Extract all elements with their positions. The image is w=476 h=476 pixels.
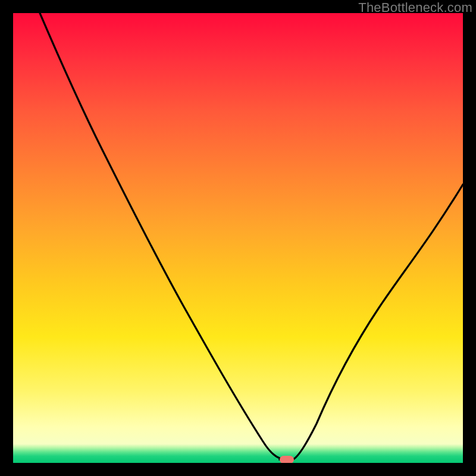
plot-area <box>13 13 463 463</box>
min-marker <box>280 456 294 463</box>
bottleneck-curve <box>13 13 463 463</box>
chart-frame: TheBottleneck.com <box>0 0 476 476</box>
attribution-label: TheBottleneck.com <box>358 0 472 15</box>
